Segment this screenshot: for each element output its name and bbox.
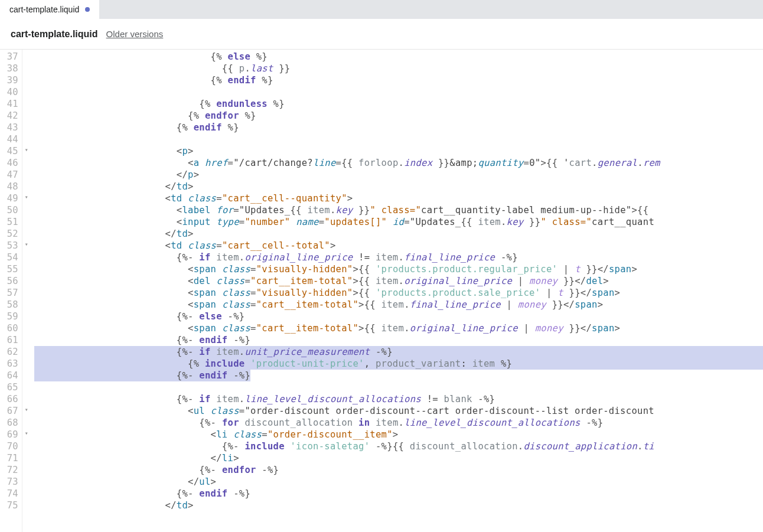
fold-marker <box>22 132 31 144</box>
line-number: 47 <box>4 169 18 181</box>
line-number: 70 <box>4 440 18 452</box>
code-line[interactable]: {% else %} <box>34 51 763 63</box>
code-line[interactable]: <span class="visually-hidden">{{ 'produc… <box>34 287 763 299</box>
line-number: 73 <box>4 476 18 488</box>
fold-marker <box>22 498 31 510</box>
fold-marker <box>22 50 31 61</box>
line-number: 56 <box>4 275 18 287</box>
code-line[interactable]: <td class="cart__cell--quantity"> <box>34 192 763 204</box>
line-number: 55 <box>4 263 18 275</box>
code-editor[interactable]: 3738394041424344454647484950515253545556… <box>0 50 763 532</box>
fold-marker[interactable]: ▾ <box>22 239 31 250</box>
line-number: 48 <box>4 181 18 192</box>
fold-marker <box>22 97 31 109</box>
fold-marker <box>22 85 31 97</box>
fold-marker <box>22 333 31 345</box>
line-number: 51 <box>4 216 18 228</box>
fold-marker <box>22 73 31 85</box>
code-line[interactable]: {%- endif -%} <box>34 334 763 346</box>
fold-marker <box>22 262 31 274</box>
fold-marker <box>22 475 31 487</box>
line-number: 62 <box>4 346 18 358</box>
code-line[interactable]: </td> <box>34 500 763 511</box>
fold-marker <box>22 368 31 380</box>
code-line[interactable]: {%- endfor -%} <box>34 464 763 476</box>
fold-marker <box>22 250 31 262</box>
line-number: 53 <box>4 240 18 252</box>
code-line[interactable] <box>34 86 763 98</box>
code-line[interactable]: <span class="cart__item-total">{{ item.o… <box>34 322 763 334</box>
fold-marker <box>22 156 31 168</box>
fold-marker <box>22 179 31 191</box>
code-line[interactable]: <ul class="order-discount order-discount… <box>34 405 763 417</box>
fold-marker <box>22 168 31 179</box>
line-number: 49 <box>4 192 18 204</box>
code-line[interactable]: </p> <box>34 169 763 181</box>
code-line[interactable]: {%- include 'icon-saletag' -%}{{ discoun… <box>34 440 763 452</box>
code-line[interactable]: </td> <box>34 228 763 240</box>
older-versions-link[interactable]: Older versions <box>106 29 164 39</box>
fold-marker[interactable]: ▾ <box>22 427 31 439</box>
line-number: 37 <box>4 51 18 63</box>
fold-marker <box>22 61 31 73</box>
code-line[interactable]: {%- else -%} <box>34 311 763 322</box>
code-line[interactable]: {%- if item.line_level_discount_allocati… <box>34 393 763 405</box>
code-line[interactable]: {% endif %} <box>34 74 763 86</box>
code-line[interactable]: </td> <box>34 181 763 192</box>
code-line[interactable]: <a href="/cart/change?line={{ forloop.in… <box>34 157 763 169</box>
file-tab[interactable]: cart-template.liquid <box>0 0 100 19</box>
code-line[interactable]: {%- endif -%} <box>34 370 763 381</box>
line-number: 43 <box>4 122 18 133</box>
line-number: 72 <box>4 464 18 476</box>
code-line[interactable]: {%- for discount_allocation in item.line… <box>34 417 763 429</box>
line-number: 68 <box>4 417 18 429</box>
fold-marker[interactable]: ▾ <box>22 404 31 416</box>
fold-marker <box>22 345 31 357</box>
tab-bar: cart-template.liquid <box>0 0 763 19</box>
file-tab-label: cart-template.liquid <box>9 5 79 14</box>
fold-marker <box>22 392 31 404</box>
code-line[interactable]: {%- endif -%} <box>34 488 763 500</box>
line-number: 54 <box>4 252 18 263</box>
line-number: 74 <box>4 488 18 500</box>
line-number: 45 <box>4 145 18 157</box>
line-number: 50 <box>4 204 18 216</box>
line-number: 64 <box>4 370 18 381</box>
line-number: 60 <box>4 322 18 334</box>
fold-marker <box>22 309 31 321</box>
line-number: 59 <box>4 311 18 322</box>
fold-marker <box>22 203 31 215</box>
code-line[interactable]: <label for="Updates_{{ item.key }}" clas… <box>34 204 763 216</box>
line-number: 44 <box>4 133 18 145</box>
code-line[interactable]: {{ p.last }} <box>34 63 763 74</box>
fold-marker[interactable]: ▾ <box>22 144 31 156</box>
code-line[interactable] <box>34 381 763 393</box>
fold-marker <box>22 439 31 451</box>
code-line[interactable] <box>34 133 763 145</box>
code-line[interactable]: <input type="number" name="updates[]" id… <box>34 216 763 228</box>
line-number: 42 <box>4 110 18 122</box>
code-line[interactable]: {%- if item.original_line_price != item.… <box>34 252 763 263</box>
fold-marker <box>22 298 31 309</box>
file-title: cart-template.liquid <box>11 29 98 40</box>
code-line[interactable]: {% endfor %} <box>34 110 763 122</box>
code-line[interactable]: <span class="visually-hidden">{{ 'produc… <box>34 263 763 275</box>
code-line[interactable]: <span class="cart__item-total">{{ item.f… <box>34 299 763 311</box>
code-line[interactable]: </ul> <box>34 476 763 488</box>
code-line[interactable]: <td class="cart__cell--total"> <box>34 240 763 252</box>
dirty-indicator-icon <box>85 7 90 12</box>
fold-marker <box>22 321 31 333</box>
code-line[interactable]: <li class="order-discount__item"> <box>34 429 763 440</box>
line-number-gutter: 3738394041424344454647484950515253545556… <box>0 50 22 532</box>
fold-marker[interactable]: ▾ <box>22 191 31 203</box>
code-line[interactable]: <del class="cart__item-total">{{ item.or… <box>34 275 763 287</box>
code-line[interactable]: <p> <box>34 145 763 157</box>
code-line[interactable]: {%- if item.unit_price_measurement -%} <box>34 346 763 358</box>
code-line[interactable]: {% include 'product-unit-price', product… <box>34 358 763 370</box>
fold-marker <box>22 416 31 427</box>
fold-marker <box>22 463 31 475</box>
code-line[interactable]: {% endif %} <box>34 122 763 133</box>
code-content[interactable]: {% else %} {{ p.last }} {% endif %} {% e… <box>31 50 763 532</box>
code-line[interactable]: {% endunless %} <box>34 98 763 110</box>
code-line[interactable]: </li> <box>34 452 763 464</box>
